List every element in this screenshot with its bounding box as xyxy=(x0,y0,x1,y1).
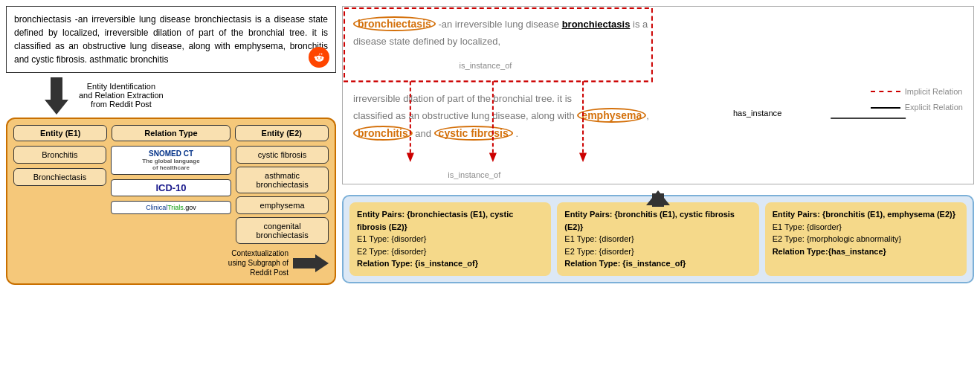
bottom-cards-container: Entity Pairs: {bronchiectasis (E1), cyst… xyxy=(342,195,974,283)
col-header-relation: Relation Type xyxy=(112,125,230,141)
svg-marker-6 xyxy=(489,153,497,162)
info-card-1: Entity Pairs: {bronchiectasis (E1), cyst… xyxy=(349,202,551,276)
up-arrow xyxy=(652,193,664,207)
card2-e1-type: E1 Type: {disorder} xyxy=(564,234,634,243)
info-card-3: Entity Pairs: {bronchitis (E1), emphysem… xyxy=(765,202,967,276)
left-column: bronchiectasis -an irreversible lung dis… xyxy=(0,0,342,389)
clinicaltrials-logo: ClinicalTrials.gov xyxy=(111,201,231,214)
card3-e1-type: E1 Type: {disorder} xyxy=(773,222,842,231)
legend-explicit-label: Explicit Relation xyxy=(905,100,963,115)
term-bronchiectasis-oval: bronchiectasis xyxy=(353,16,436,31)
contextualization-label: Contextualization using Subgraph of Redd… xyxy=(228,248,288,277)
legend-implicit: Implicit Relation xyxy=(871,85,963,99)
card2-entity-pairs: Entity Pairs: {bronchitis (E1), cystic f… xyxy=(564,210,735,231)
reddit-icon xyxy=(309,47,329,68)
text-line1-start: -an irreversible lung disease xyxy=(438,19,561,30)
svg-marker-4 xyxy=(407,153,414,162)
term-bronchitis-oval: bronchitis xyxy=(353,126,413,141)
e2-congenital-bronchiectasis: congenital bronchiectasis xyxy=(236,217,329,244)
e2-emphysema: emphysema xyxy=(236,196,329,214)
svg-marker-8 xyxy=(579,153,587,162)
text-display-box: bronchiectasis -an irreversible lung dis… xyxy=(342,6,974,184)
legend-area: Implicit Relation Explicit Relation xyxy=(871,85,963,117)
e2-asthmatic-bronchiectasis: asthmatic bronchiectasis xyxy=(236,167,329,193)
col-header-e2: Entity (E2) xyxy=(235,125,329,141)
col-header-e1: Entity (E1) xyxy=(13,125,107,141)
extraction-arrow-area: Entity Identification and Relation Extra… xyxy=(6,77,336,115)
entity-table-box: Entity (E1) Relation Type Entity (E2) Br… xyxy=(6,118,336,285)
snomed-logo: SNOMED CT The global languageof healthca… xyxy=(111,146,231,175)
legend-solid-line xyxy=(871,107,900,109)
info-card-2: Entity Pairs: {bronchitis (E1), cystic f… xyxy=(557,202,758,276)
card3-entity-pairs: Entity Pairs: {bronchitis (E1), emphysem… xyxy=(773,210,955,219)
svg-text:is_instance_of: is_instance_of xyxy=(448,170,501,179)
term-bronchiectasis-bold: bronchiectasis xyxy=(562,19,631,30)
card3-e2-type: E2 Type: {morphologic abnormality} xyxy=(773,234,901,243)
legend-implicit-label: Implicit Relation xyxy=(905,85,963,99)
text-line5: bronchitis and cystic fibrosis . xyxy=(353,125,963,143)
card1-e2-type: E2 Type: {disorder} xyxy=(357,247,426,256)
legend-explicit: Explicit Relation xyxy=(871,100,963,115)
card1-e1-type: E1 Type: {disorder} xyxy=(357,234,426,243)
icd-logo: ICD-10 xyxy=(111,179,231,196)
card2-relation-type: Relation Type: {is_instance_of} xyxy=(564,259,686,268)
card2-e2-type: E2 Type: {disorder} xyxy=(564,247,634,256)
card3-relation-type: Relation Type:{has_instance} xyxy=(773,247,886,256)
term-cystic-fibrosis-oval: cystic fibrosis xyxy=(434,126,513,141)
reddit-post-box: bronchiectasis -an irreversible lung dis… xyxy=(6,6,336,73)
e1-bronchitis: Bronchitis xyxy=(13,146,106,164)
legend-dashed-line xyxy=(871,91,900,92)
e2-cystic-fibrosis: cystic fibrosis xyxy=(236,146,329,164)
card1-entity-pairs: Entity Pairs: {bronchiectasis (E1), cyst… xyxy=(357,210,513,231)
card1-relation-type: Relation Type: {is_instance_of} xyxy=(357,259,478,268)
term-emphysema-oval: emphysema xyxy=(577,108,646,123)
extraction-label: Entity Identification and Relation Extra… xyxy=(79,82,164,109)
reddit-post-text: bronchiectasis -an irreversible lung dis… xyxy=(14,14,328,65)
right-column: bronchiectasis -an irreversible lung dis… xyxy=(342,0,980,389)
e1-bronchiectasis: Bronchiectasis xyxy=(13,168,106,186)
text-line2: disease state defined by localized, xyxy=(353,33,963,50)
